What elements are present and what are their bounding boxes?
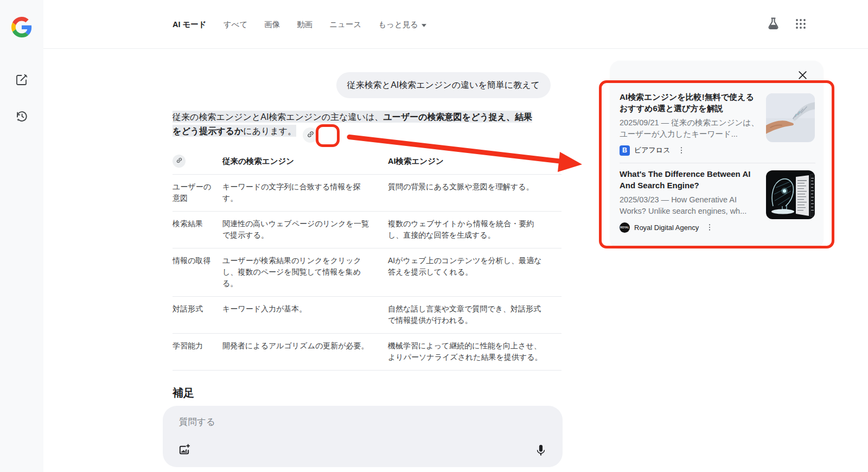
- labs-flask-icon[interactable]: [767, 17, 780, 32]
- new-chat-button[interactable]: [12, 70, 31, 91]
- citation-title: AI検索エンジンを比較!無料で使えるおすすめ6選と選び方を解説: [620, 91, 761, 114]
- citation-link-button[interactable]: [303, 127, 318, 143]
- apps-grid-icon[interactable]: [794, 17, 807, 32]
- link-icon: [176, 157, 183, 165]
- add-image-icon: [178, 443, 190, 457]
- cell-ai: 自然な話し言葉や文章で質問でき、対話形式で情報提供が行われる。: [388, 303, 561, 326]
- close-panel-button[interactable]: [795, 68, 810, 84]
- tab-images[interactable]: 画像: [264, 20, 280, 30]
- row-label: 対話形式: [173, 303, 222, 326]
- card-divider: [620, 163, 815, 163]
- cell-ai: 質問の背景にある文脈や意図を理解する。: [388, 181, 561, 204]
- table-row: 学習能力 開発者によるアルゴリズムの更新が必要。 機械学習によって継続的に性能を…: [173, 334, 561, 371]
- ai-mode-conversation: 従来検索とAI検索エンジンの違いを簡単に教えて 従来の検索エンジンとAI検索エン…: [173, 72, 551, 467]
- add-image-button[interactable]: [175, 440, 194, 461]
- citation-card-text: What's The Difference Between AI And Sea…: [620, 168, 761, 233]
- header: AI モード すべて 画像 動画 ニュース もっと見る: [43, 0, 868, 49]
- cell-ai: 機械学習によって継続的に性能を向上させ、よりパーソナライズされた結果を提供する。: [388, 340, 561, 363]
- header-actions: [767, 0, 807, 49]
- mic-button[interactable]: [531, 441, 551, 462]
- left-sidebar: [0, 0, 43, 472]
- table-row: 検索結果 関連性の高いウェブページのリンクを一覧で提示する。 複数のウェブサイト…: [173, 212, 561, 248]
- search-tabs: AI モード すべて 画像 動画 ニュース もっと見る: [173, 0, 426, 49]
- source-favicon: ROYAL: [620, 222, 630, 233]
- citation-source-row: B ビアフロス: [620, 145, 761, 156]
- table-citation-link-button[interactable]: [173, 155, 186, 168]
- tab-more[interactable]: もっと見る: [378, 20, 426, 30]
- user-query-bubble: 従来検索とAI検索エンジンの違いを簡単に教えて: [336, 72, 551, 98]
- section-heading: 補足: [173, 386, 551, 400]
- table-row: 対話形式 キーワード入力が基本。 自然な話し言葉や文章で質問でき、対話形式で情報…: [173, 297, 561, 334]
- tab-videos[interactable]: 動画: [297, 20, 312, 30]
- tab-more-label: もっと見る: [378, 20, 418, 30]
- citation-thumbnail-ai-head: [766, 170, 815, 219]
- citation-source-row: ROYAL Royal Digital Agency: [620, 222, 761, 233]
- source-name: ビアフロス: [634, 145, 671, 155]
- history-button[interactable]: [12, 106, 31, 127]
- comparison-table: 従来の検索エンジン AI検索エンジン ユーザーの意図 キーワードの文字列に合致す…: [173, 154, 561, 371]
- google-logo[interactable]: [11, 17, 32, 37]
- citation-snippet: 2025/03/23 — How Generative AI Works? Un…: [620, 194, 761, 217]
- link-icon: [307, 130, 315, 140]
- citation-title: What's The Difference Between AI And Sea…: [620, 168, 761, 191]
- table-col-header: 従来の検索エンジン: [222, 156, 388, 167]
- more-vert-icon[interactable]: [675, 145, 688, 156]
- cell-traditional: ユーザーが検索結果のリンクをクリックし、複数のページを閲覧して情報を集める。: [222, 255, 388, 289]
- chevron-down-icon: [422, 20, 426, 29]
- cell-ai: AIがウェブ上のコンテンツを分析し、最適な答えを提示してくれる。: [388, 255, 561, 289]
- history-icon: [15, 110, 28, 124]
- cell-traditional: 関連性の高いウェブページのリンクを一覧で提示する。: [222, 218, 388, 241]
- row-label: ユーザーの意図: [173, 181, 222, 204]
- tab-ai-mode[interactable]: AI モード: [173, 20, 207, 30]
- mic-icon: [534, 444, 547, 458]
- source-favicon: B: [620, 145, 630, 156]
- table-row: ユーザーの意図 キーワードの文字列に合致する情報を探す。 質問の背景にある文脈や…: [173, 175, 561, 212]
- answer-text-end: にあります。: [243, 125, 296, 137]
- table-col-header: AI検索エンジン: [388, 156, 561, 167]
- followup-input[interactable]: 質問する: [179, 416, 215, 428]
- cell-traditional: キーワードの文字列に合致する情報を探す。: [222, 181, 388, 204]
- more-vert-icon[interactable]: [703, 222, 716, 233]
- row-label: 検索結果: [173, 218, 222, 241]
- followup-input-box[interactable]: 質問する: [163, 406, 563, 467]
- table-corner: [173, 155, 222, 168]
- citation-card-text: AI検索エンジンを比較!無料で使えるおすすめ6選と選び方を解説 2025/09/…: [620, 91, 761, 156]
- citations-panel: AI検索エンジンを比較!無料で使えるおすすめ6選と選び方を解説 2025/09/…: [610, 61, 823, 248]
- tab-news[interactable]: ニュース: [329, 20, 361, 30]
- answer-text: 従来の検索エンジンとAI検索エンジンの主な違いは、: [173, 111, 383, 123]
- citation-card[interactable]: What's The Difference Between AI And Sea…: [620, 168, 815, 233]
- source-name: Royal Digital Agency: [634, 224, 699, 232]
- compose-icon: [15, 73, 28, 88]
- tab-all[interactable]: すべて: [224, 20, 248, 30]
- table-header-row: 従来の検索エンジン AI検索エンジン: [173, 154, 561, 175]
- cell-traditional: 開発者によるアルゴリズムの更新が必要。: [222, 340, 388, 363]
- answer-paragraph: 従来の検索エンジンとAI検索エンジンの主な違いは、ユーザーの検索意図をどう捉え、…: [173, 110, 539, 143]
- citation-thumbnail-hands: [766, 93, 815, 142]
- citation-card[interactable]: AI検索エンジンを比較!無料で使えるおすすめ6選と選び方を解説 2025/09/…: [620, 91, 815, 156]
- table-row: 情報の取得 ユーザーが検索結果のリンクをクリックし、複数のページを閲覧して情報を…: [173, 248, 561, 297]
- citation-snippet: 2025/09/21 — 従来の検索エンジンは、ユーザーが入力したキーワード..…: [620, 117, 761, 140]
- close-icon: [797, 70, 808, 82]
- cell-traditional: キーワード入力が基本。: [222, 303, 388, 326]
- cell-ai: 複数のウェブサイトから情報を統合・要約し、直接的な回答を生成する。: [388, 218, 561, 241]
- row-label: 情報の取得: [173, 255, 222, 289]
- row-label: 学習能力: [173, 340, 222, 363]
